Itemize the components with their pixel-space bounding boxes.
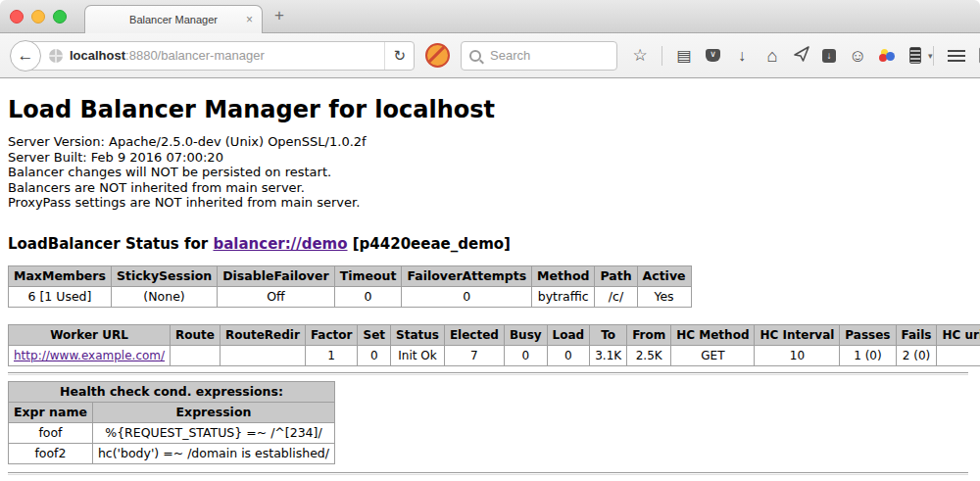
section-divider bbox=[8, 372, 968, 375]
worker-value-cell: 0 bbox=[547, 345, 590, 365]
page-bottom-divider bbox=[8, 472, 968, 475]
tab-close-icon[interactable]: × bbox=[246, 13, 253, 26]
balancer-value-cell: 6 [1 Used] bbox=[9, 286, 112, 307]
status-heading-suffix: [p4420eeae_demo] bbox=[348, 235, 511, 253]
server-info-line: Server Version: Apache/2.5.0-dev (Unix) … bbox=[8, 134, 972, 150]
toolbar-icons: ☆ ▤ ∨ ↓ ⌂ ↓ ☺ ▾ bbox=[631, 46, 933, 66]
table-row: 6 [1 Used](None)Off00bytraffic/c/Yes bbox=[9, 286, 692, 307]
url-text[interactable]: localhost:8880/balancer-manager bbox=[70, 48, 384, 63]
new-tab-button[interactable]: + bbox=[274, 6, 284, 25]
extension-dots-icon[interactable] bbox=[879, 48, 897, 64]
worker-url-link[interactable]: http://www.example.com/ bbox=[14, 349, 165, 362]
globe-icon bbox=[49, 49, 63, 63]
chat-smiley-icon[interactable]: ☺ bbox=[849, 47, 866, 65]
worker-header-cell: Set bbox=[358, 324, 391, 345]
browser-window: Balancer Manager × + ← localhost:8880/ba… bbox=[0, 0, 980, 481]
table-header-row: Expr nameExpression bbox=[9, 402, 335, 422]
pocket-icon[interactable]: ∨ bbox=[706, 49, 720, 62]
close-window-button[interactable] bbox=[10, 10, 24, 24]
worker-value-cell: 10 bbox=[755, 345, 840, 365]
search-box[interactable] bbox=[461, 41, 617, 71]
toolbar-divider bbox=[933, 46, 934, 66]
search-icon bbox=[469, 50, 481, 62]
url-bar[interactable]: localhost:8880/balancer-manager ↻ bbox=[26, 41, 415, 71]
worker-header-cell: Passes bbox=[840, 324, 896, 345]
menu-icon[interactable] bbox=[948, 50, 965, 52]
worker-header-cell: Busy bbox=[504, 324, 547, 345]
server-info-line: Server Built: Feb 9 2016 07:00:20 bbox=[8, 150, 972, 166]
worker-value-cell: 3.1K bbox=[590, 345, 627, 365]
worker-value-cell: 1 (0) bbox=[840, 345, 896, 365]
back-button[interactable]: ← bbox=[10, 40, 41, 72]
health-header-cell: Expr name bbox=[9, 402, 93, 422]
health-check-table: Health check cond. expressions: Expr nam… bbox=[8, 381, 335, 464]
health-value-cell: foof bbox=[9, 422, 93, 443]
worker-status-table: Worker URLRouteRouteRedirFactorSetStatus… bbox=[8, 324, 980, 366]
balancer-header-cell: DisableFailover bbox=[218, 265, 334, 286]
balancer-header-cell: FailoverAttempts bbox=[402, 265, 532, 286]
server-info-line: Balancers are NOT inherited from main se… bbox=[8, 180, 972, 196]
worker-value-cell bbox=[171, 345, 220, 365]
minimize-window-button[interactable] bbox=[31, 10, 45, 24]
worker-value-cell: 1 bbox=[305, 345, 358, 365]
worker-header-cell: Factor bbox=[305, 324, 358, 345]
worker-header-cell: To bbox=[590, 324, 627, 345]
table-row: http://www.example.com/ 10Init Ok7003.1K… bbox=[9, 345, 980, 365]
balancer-header-cell: Active bbox=[637, 265, 691, 286]
health-header-cell: Expression bbox=[92, 402, 334, 422]
health-value-cell: hc('body') =~ /domain is established/ bbox=[92, 443, 334, 463]
balancer-demo-link[interactable]: balancer://demo bbox=[213, 235, 347, 253]
table-header-row: MaxMembersStickySessionDisableFailoverTi… bbox=[9, 265, 692, 286]
table-row: foof%{REQUEST_STATUS} =~ /^[234]/ bbox=[9, 422, 335, 443]
worker-header-cell: Worker URL bbox=[9, 324, 171, 345]
bookmark-star-icon[interactable]: ☆ bbox=[631, 47, 649, 65]
table-title-row: Health check cond. expressions: bbox=[9, 381, 335, 402]
navigation-toolbar: ← localhost:8880/balancer-manager ↻ ☆ ▤ … bbox=[0, 33, 980, 78]
server-info-line: Balancer changes will NOT be persisted o… bbox=[8, 165, 972, 180]
video-download-icon[interactable]: ↓ bbox=[822, 49, 836, 63]
page-content: Load Balancer Manager for localhost Serv… bbox=[0, 78, 980, 475]
url-host: localhost bbox=[70, 48, 125, 63]
balancer-value-cell: 0 bbox=[402, 286, 532, 307]
balancer-value-cell: Yes bbox=[637, 286, 691, 307]
content-blocker-icon[interactable] bbox=[425, 43, 450, 68]
loadbalancer-status-heading: LoadBalancer Status for balancer://demo … bbox=[8, 235, 972, 253]
worker-header-cell: Status bbox=[391, 324, 445, 345]
toolbar-divider bbox=[662, 46, 662, 66]
worker-header-cell: From bbox=[627, 324, 671, 345]
worker-value-cell: 0 bbox=[358, 345, 391, 365]
worker-url-cell: http://www.example.com/ bbox=[9, 345, 171, 365]
table-header-row: Worker URLRouteRouteRedirFactorSetStatus… bbox=[9, 324, 980, 345]
health-table-title: Health check cond. expressions: bbox=[9, 381, 335, 402]
status-heading-prefix: LoadBalancer Status for bbox=[8, 235, 213, 253]
balancer-header-cell: Method bbox=[532, 265, 595, 286]
worker-value-cell bbox=[937, 345, 980, 365]
balancer-value-cell: Off bbox=[218, 286, 334, 307]
worker-header-cell: HC Interval bbox=[755, 324, 840, 345]
balancer-value-cell: (None) bbox=[111, 286, 217, 307]
battery-extension-icon[interactable] bbox=[909, 47, 921, 64]
home-icon[interactable]: ⌂ bbox=[763, 47, 781, 65]
worker-value-cell: 2 (0) bbox=[896, 345, 937, 365]
balancer-header-cell: StickySession bbox=[111, 265, 217, 286]
search-input[interactable] bbox=[488, 47, 590, 64]
worker-header-cell: HC uri bbox=[937, 324, 980, 345]
reading-list-icon[interactable]: ▤ bbox=[675, 47, 693, 65]
worker-header-cell: Route bbox=[171, 324, 220, 345]
reload-button[interactable]: ↻ bbox=[384, 42, 414, 70]
page-title: Load Balancer Manager for localhost bbox=[8, 96, 972, 123]
worker-value-cell: Init Ok bbox=[391, 345, 445, 365]
send-plane-icon[interactable] bbox=[794, 46, 809, 66]
table-row: foof2hc('body') =~ /domain is establishe… bbox=[9, 443, 335, 463]
downloads-icon[interactable]: ↓ bbox=[733, 47, 751, 65]
worker-value-cell: 7 bbox=[444, 345, 504, 365]
traffic-lights bbox=[10, 10, 67, 24]
balancer-header-cell: Path bbox=[595, 265, 637, 286]
zoom-window-button[interactable] bbox=[53, 10, 67, 24]
health-value-cell: foof2 bbox=[9, 443, 93, 463]
tab-balancer-manager[interactable]: Balancer Manager × bbox=[84, 5, 263, 33]
server-info: Server Version: Apache/2.5.0-dev (Unix) … bbox=[8, 134, 972, 211]
balancer-header-cell: Timeout bbox=[334, 265, 402, 286]
worker-header-cell: Elected bbox=[444, 324, 504, 345]
tab-title: Balancer Manager bbox=[129, 14, 218, 25]
